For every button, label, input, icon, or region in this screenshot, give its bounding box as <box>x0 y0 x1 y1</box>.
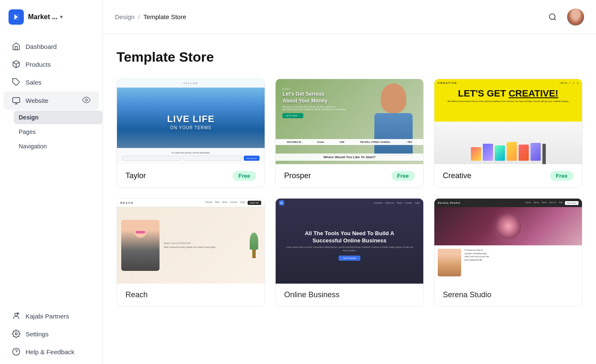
breadcrumb-separator: / <box>138 13 140 20</box>
logo-icon <box>9 9 24 25</box>
sidebar-item-settings[interactable]: Settings <box>3 325 99 342</box>
template-preview-reach: REACH Classes Blog About Contact Login S… <box>117 199 265 284</box>
svg-line-11 <box>554 18 556 20</box>
template-badge-prosper: Free <box>391 171 415 181</box>
eye-icon[interactable] <box>82 96 91 105</box>
template-card-biz[interactable]: K Company About Us About Contact Login A… <box>275 198 424 307</box>
template-badge-creative: Free <box>550 171 573 181</box>
breadcrumb-template-store: Template Store <box>143 13 186 20</box>
template-info-biz: Online Business <box>276 284 423 306</box>
template-card-reach[interactable]: REACH Classes Blog About Contact Login S… <box>117 198 265 307</box>
template-name-biz: Online Business <box>284 290 339 299</box>
taylor-signup-section: It's about the journey, not the destinat… <box>117 148 265 164</box>
svg-point-8 <box>13 348 20 355</box>
template-badge-taylor: Free <box>233 171 256 181</box>
template-name-reach: Reach <box>125 290 148 299</box>
template-preview-serena: Serena Studio Home About Work How To Tal… <box>434 199 582 284</box>
creative-hero-text: LET'S GET CREATIVE! We believe that ever… <box>434 88 582 102</box>
pages-label: Pages <box>19 128 36 135</box>
user-avatar[interactable] <box>567 9 584 26</box>
svg-rect-2 <box>13 97 20 102</box>
breadcrumb-design[interactable]: Design <box>115 13 135 20</box>
sidebar-item-pages[interactable]: Pages <box>14 125 103 139</box>
topbar-right <box>545 9 584 26</box>
taylor-hero-text: LIVE LIFE ON YOUR TERMS <box>167 114 215 130</box>
template-name-taylor: Taylor <box>125 171 146 180</box>
sidebar-navigation: Dashboard Products Sales <box>0 34 103 364</box>
template-info-taylor: Taylor Free <box>117 164 265 188</box>
person-star-icon <box>12 312 20 320</box>
prosper-logo-bar: FEATURED IN: Forbes CNN THE WALL STREET … <box>276 139 423 145</box>
app-name-text: Market ... <box>28 13 57 21</box>
template-card-prosper[interactable]: Prosper Let's Get SeriousAbout Your Mone… <box>275 79 424 188</box>
sidebar-item-navigation[interactable]: Navigation <box>14 139 103 153</box>
svg-point-7 <box>15 333 17 335</box>
template-card-taylor[interactable]: TAYLOR LIVE LIFE ON YOUR TERMS It's abou… <box>117 79 265 188</box>
sidebar-item-products-label: Products <box>26 61 91 68</box>
template-name-prosper: Prosper <box>284 171 311 180</box>
search-button[interactable] <box>545 9 560 25</box>
template-preview-biz: K Company About Us About Contact Login A… <box>276 199 423 284</box>
page-title: Template Store <box>117 49 582 65</box>
box-icon <box>12 60 20 68</box>
taylor-nav-bar: TAYLOR <box>117 79 265 88</box>
sidebar-item-help-label: Help & Feedback <box>26 348 91 355</box>
navigation-label: Navigation <box>19 143 47 150</box>
sidebar-item-products[interactable]: Products <box>3 56 99 73</box>
reach-hero: REACH with VICTORIA RAY Stay inspired ev… <box>117 207 265 284</box>
template-card-serena[interactable]: Serena Studio Home About Work How To Tal… <box>434 198 582 307</box>
monitor-icon <box>12 97 20 105</box>
website-sub-nav: Design Pages Navigation <box>14 110 103 154</box>
content-area: Template Store TAYLOR LIVE LIFE ON YOUR … <box>103 34 596 364</box>
sidebar-item-settings-label: Settings <box>26 330 91 338</box>
biz-hero: All The Tools You Need To Build ASuccess… <box>276 207 423 284</box>
sidebar-item-dashboard-label: Dashboard <box>26 43 91 50</box>
creative-nav-bar: CREATIVE. LOG IN f ✕ ◎ <box>434 79 582 87</box>
svg-point-5 <box>86 99 88 101</box>
topbar: Design / Template Store <box>103 0 596 34</box>
main-content: Design / Template Store Template Store <box>103 0 596 364</box>
prosper-bottom-text: Where Would You Like To Start? <box>276 154 423 161</box>
sidebar-item-website[interactable]: Website <box>3 91 99 110</box>
prosper-hero-text: Prosper Let's Get SeriousAbout Your Mone… <box>282 88 347 118</box>
template-info-prosper: Prosper Free <box>276 164 423 188</box>
sidebar-item-website-label: Website <box>26 97 77 104</box>
creative-gallery <box>434 122 582 164</box>
template-info-reach: Reach <box>117 284 265 306</box>
app-logo[interactable]: Market ... ▾ <box>0 0 103 34</box>
home-icon <box>12 42 20 51</box>
gear-icon <box>12 330 20 338</box>
template-name-serena: Serena Studio <box>443 290 491 299</box>
help-icon <box>12 347 20 356</box>
template-name-creative: Creative <box>443 171 471 180</box>
sidebar-item-sales[interactable]: Sales <box>3 74 99 91</box>
tag-icon <box>12 78 20 86</box>
design-label: Design <box>19 114 39 121</box>
app-name: Market ... ▾ <box>28 13 63 21</box>
sidebar-item-sales-label: Sales <box>26 79 91 86</box>
sidebar-item-help[interactable]: Help & Feedback <box>3 343 99 360</box>
template-preview-creative: CREATIVE. LOG IN f ✕ ◎ LET'S GET CREATIV… <box>434 79 582 164</box>
sidebar-item-partners-label: Kajabi Partners <box>26 313 91 320</box>
chevron-down-icon: ▾ <box>60 14 63 20</box>
search-icon <box>548 13 557 21</box>
sidebar: Market ... ▾ Dashboard Products <box>0 0 103 364</box>
template-preview-prosper: Prosper Let's Get SeriousAbout Your Mone… <box>276 79 423 164</box>
serena-nav-bar: Serena Studio Home About Work How To Tal… <box>434 199 582 207</box>
sidebar-item-partners[interactable]: Kajabi Partners <box>3 307 99 324</box>
template-grid: TAYLOR LIVE LIFE ON YOUR TERMS It's abou… <box>117 79 582 307</box>
biz-nav-bar: K Company About Us About Contact Login <box>276 199 423 207</box>
template-preview-taylor: TAYLOR LIVE LIFE ON YOUR TERMS It's abou… <box>117 79 265 164</box>
svg-point-10 <box>550 14 555 19</box>
reach-nav-bar: REACH Classes Blog About Contact Login S… <box>117 199 265 207</box>
template-info-serena: Serena Studio <box>434 284 582 306</box>
sidebar-item-design[interactable]: Design <box>14 111 103 124</box>
breadcrumb: Design / Template Store <box>115 13 186 20</box>
avatar-image <box>567 9 584 26</box>
template-info-creative: Creative Free <box>434 164 582 188</box>
sidebar-item-dashboard[interactable]: Dashboard <box>3 38 99 55</box>
template-card-creative[interactable]: CREATIVE. LOG IN f ✕ ◎ LET'S GET CREATIV… <box>434 79 582 188</box>
